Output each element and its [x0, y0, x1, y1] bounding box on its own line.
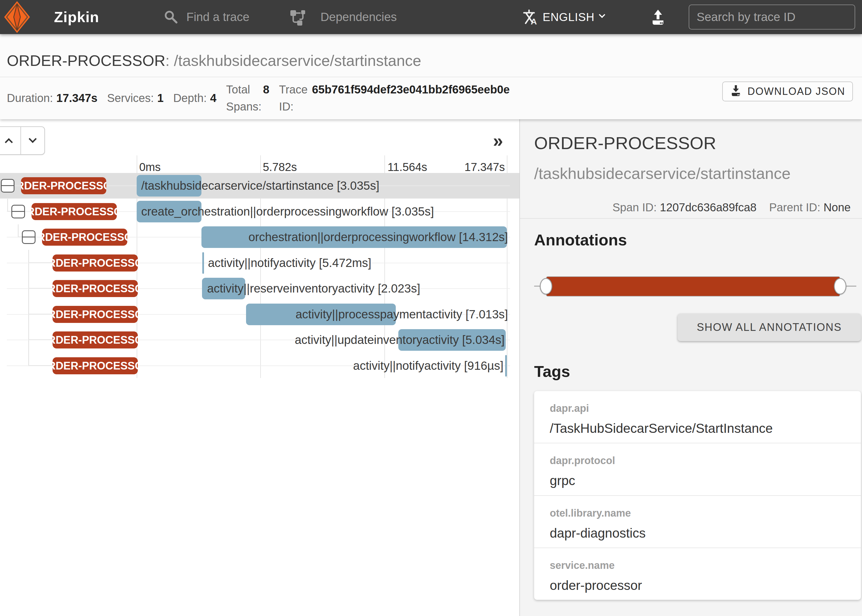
- collapse-span-icon[interactable]: [1, 179, 14, 193]
- tag-value: /TaskHubSidecarService/StartInstance: [550, 421, 861, 436]
- show-all-annotations-button[interactable]: SHOW ALL ANNOTATIONS: [678, 314, 861, 341]
- zipkin-trace-page: Zipkin Find a trace Dependencies A: [0, 0, 862, 616]
- collapse-span-icon[interactable]: [11, 205, 25, 218]
- span-label: orchestration||orderprocessingworkflow […: [248, 224, 508, 250]
- service-badge: ORDER-PROCESSOR: [53, 357, 138, 374]
- search-input[interactable]: [689, 5, 855, 30]
- app-title: Zipkin: [54, 0, 99, 34]
- span-row[interactable]: ORDER-PROCESSOR orchestration||orderproc…: [0, 224, 519, 250]
- expand-all-button[interactable]: [20, 127, 44, 154]
- span-row[interactable]: ORDER-PROCESSOR activity||updateinventor…: [0, 327, 519, 353]
- span-label: activity||updateinventoryactivity [5.034…: [295, 327, 505, 353]
- span-label: activity||notifyactivity [916µs]: [353, 353, 503, 379]
- tags-heading: Tags: [534, 362, 570, 380]
- chevron-down-icon: [29, 135, 37, 143]
- tick-label: 0ms: [139, 161, 161, 173]
- page-title: ORDER-PROCESSOR: /taskhubsidecarservice/…: [7, 52, 422, 69]
- span-row[interactable]: ORDER-PROCESSOR activity||processpayment…: [0, 302, 519, 327]
- tick-label: 11.564s: [387, 161, 427, 173]
- slider-handle-left[interactable]: [540, 278, 552, 294]
- span-label: activity||processpaymentactivity [7.013s…: [296, 302, 508, 327]
- divider: [520, 218, 862, 219]
- trace-stats: Duration: 17.347s Services: 1 Depth: 4 T…: [7, 77, 510, 119]
- annotation-slider-range[interactable]: [546, 277, 840, 297]
- language-selector[interactable]: ENGLISH: [543, 0, 604, 34]
- span-row[interactable]: ORDER-PROCESSOR activity||notifyactivity…: [0, 250, 519, 276]
- translate-icon: A: [522, 9, 538, 26]
- top-navigation-bar: Zipkin Find a trace Dependencies A: [0, 0, 862, 34]
- title-separator: :: [165, 52, 174, 69]
- detail-span-path: /taskhubsidecarservice/startinstance: [534, 164, 791, 182]
- span-label: activity||reserveinventoryactivity [2.02…: [207, 276, 420, 301]
- language-label: ENGLISH: [543, 11, 595, 23]
- chevron-down-icon: [599, 12, 605, 18]
- collapse-all-button[interactable]: [0, 127, 20, 154]
- svg-text:A: A: [531, 17, 537, 25]
- tag-key: otel.library.name: [550, 507, 861, 519]
- expand-detail-panel-button[interactable]: »: [493, 130, 503, 151]
- slider-handle-right[interactable]: [834, 278, 846, 294]
- parent-id-value: None: [823, 201, 851, 214]
- service-badge: ORDER-PROCESSOR: [53, 332, 138, 349]
- service-badge: ORDER-PROCESSOR: [53, 280, 138, 297]
- tick-label: 17.347s: [464, 161, 505, 173]
- zipkin-logo-icon[interactable]: [3, 1, 31, 34]
- span-label: create_orchestration||orderprocessingwor…: [141, 199, 434, 224]
- span-detail-panel: ORDER-PROCESSOR /taskhubsidecarservice/s…: [519, 119, 862, 616]
- tag-row: service.name order-processor: [534, 548, 861, 600]
- span-row[interactable]: ORDER-PROCESSOR activity||notifyactivity…: [0, 353, 519, 379]
- download-icon: [730, 84, 742, 99]
- service-badge: ORDER-PROCESSOR: [42, 229, 127, 246]
- stat-duration: Duration: 17.347s: [7, 90, 98, 107]
- stat-total-spans: Total Spans: 8: [226, 81, 269, 115]
- span-row[interactable]: ORDER-PROCESSOR create_orchestration||or…: [0, 199, 519, 224]
- upload-icon[interactable]: [650, 9, 666, 26]
- span-label: /taskhubsidecarservice/startinstance [3.…: [141, 173, 379, 198]
- stat-depth: Depth: 4: [173, 90, 217, 107]
- span-row[interactable]: ORDER-PROCESSOR activity||reserveinvento…: [0, 276, 519, 301]
- nav-find-a-trace[interactable]: Find a trace: [186, 0, 249, 34]
- service-badge: ORDER-PROCESSOR: [53, 255, 138, 272]
- row-collapse-controls: [0, 126, 45, 155]
- service-badge: ORDER-PROCESSOR: [21, 177, 106, 194]
- span-row[interactable]: ORDER-PROCESSOR /taskhubsidecarservice/s…: [0, 173, 519, 198]
- span-duration-bar[interactable]: [202, 252, 204, 274]
- tag-key: dapr.protocol: [550, 455, 861, 467]
- trace-header: ORDER-PROCESSOR: /taskhubsidecarservice/…: [0, 34, 862, 119]
- service-badge: ORDER-PROCESSOR: [31, 203, 117, 220]
- tag-value: dapr-diagnostics: [550, 525, 861, 541]
- span-id-label: Span ID:: [613, 201, 657, 214]
- span-label: activity||notifyactivity [5.472ms]: [208, 250, 371, 276]
- stat-trace-id: Trace ID: 65b761f594def23e041bb2f6965eeb…: [279, 81, 510, 115]
- tag-row: dapr.api /TaskHubSidecarService/StartIns…: [534, 391, 861, 443]
- annotations-heading: Annotations: [534, 231, 627, 249]
- span-id-value: 1207dc636a89fca8: [660, 201, 756, 214]
- tag-value: grpc: [550, 473, 861, 488]
- nav-dependencies[interactable]: Dependencies: [321, 0, 397, 34]
- tick-label: 5.782s: [263, 161, 297, 173]
- page-title-path: /taskhubsidecarservice/startinstance: [174, 52, 421, 69]
- tag-row: otel.library.name dapr-diagnostics: [534, 495, 861, 548]
- dependencies-icon: [290, 9, 306, 27]
- download-json-button[interactable]: DOWNLOAD JSON: [722, 82, 853, 101]
- tag-value: order-processor: [550, 578, 861, 593]
- tag-row: dapr.protocol grpc: [534, 443, 861, 495]
- span-ids: Span ID: 1207dc636a89fca8 Parent ID: Non…: [613, 201, 851, 214]
- span-duration-bar[interactable]: [505, 355, 507, 377]
- search-icon: [164, 9, 178, 25]
- stat-services: Services: 1: [107, 90, 164, 107]
- collapse-span-icon[interactable]: [22, 230, 36, 244]
- chevron-up-icon: [5, 138, 13, 146]
- download-json-label: DOWNLOAD JSON: [747, 85, 845, 97]
- service-badge: ORDER-PROCESSOR: [53, 306, 138, 323]
- detail-service-name: ORDER-PROCESSOR: [534, 133, 716, 153]
- tags-card: dapr.api /TaskHubSidecarService/StartIns…: [534, 391, 861, 600]
- parent-id-label: Parent ID:: [769, 201, 820, 214]
- tag-key: service.name: [550, 559, 861, 571]
- tag-key: dapr.api: [550, 402, 861, 414]
- page-title-service: ORDER-PROCESSOR: [7, 52, 165, 69]
- timeline-panel: » 0ms 5.782s 11.564s 17.347s ORDER-PROCE…: [0, 119, 519, 616]
